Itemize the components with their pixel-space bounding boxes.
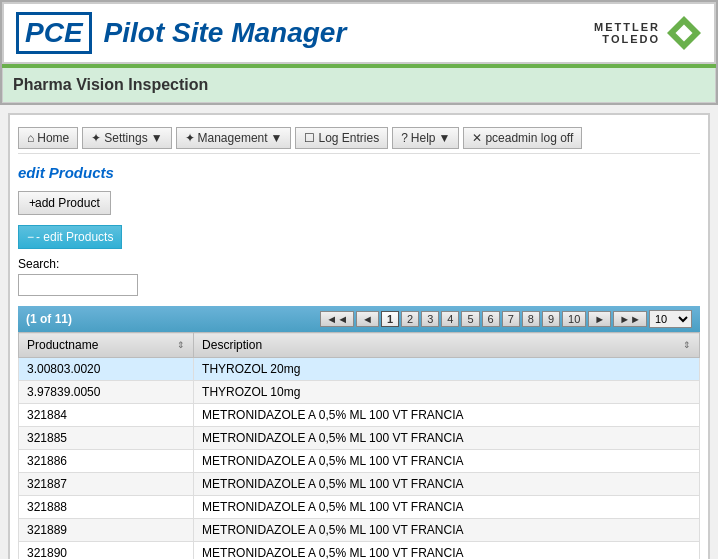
page-info-top: (1 of 11): [26, 312, 72, 326]
nav-home-button[interactable]: ⌂ Home: [18, 127, 78, 149]
app-title: Pilot Site Manager: [104, 17, 347, 49]
last-page-btn-top[interactable]: ►►: [613, 311, 647, 327]
log-icon: ☐: [304, 131, 315, 145]
nav-logout-button[interactable]: ✕ pceadmin log off: [463, 127, 582, 149]
cell-description: METRONIDAZOLE A 0,5% ML 100 VT FRANCIA: [194, 542, 700, 560]
col-header-description[interactable]: Description ⇕: [194, 333, 700, 358]
table-row[interactable]: 321886METRONIDAZOLE A 0,5% ML 100 VT FRA…: [19, 450, 700, 473]
navbar: ⌂ Home ✦ Settings ▼ ✦ Management ▼ ☐ Log…: [18, 123, 700, 154]
sub-header: Pharma Vision Inspection: [2, 68, 716, 103]
next-page-btn-top[interactable]: ►: [588, 311, 611, 327]
page-8-btn-top[interactable]: 8: [522, 311, 540, 327]
table-row[interactable]: 321889METRONIDAZOLE A 0,5% ML 100 VT FRA…: [19, 519, 700, 542]
add-product-button[interactable]: + add Product: [18, 191, 111, 215]
settings-icon: ✦: [91, 131, 101, 145]
cell-description: THYROZOL 20mg: [194, 358, 700, 381]
edit-products-toggle[interactable]: − - edit Products: [18, 225, 122, 249]
table-row[interactable]: 321887METRONIDAZOLE A 0,5% ML 100 VT FRA…: [19, 473, 700, 496]
cell-description: METRONIDAZOLE A 0,5% ML 100 VT FRANCIA: [194, 427, 700, 450]
sub-header-title: Pharma Vision Inspection: [13, 76, 208, 93]
page-controls-top: ◄◄ ◄ 1 2 3 4 5 6 7 8 9 10 ► ►► 10 25 50 …: [320, 310, 692, 328]
pce-logo: PCE: [16, 12, 92, 54]
page-9-btn-top[interactable]: 9: [542, 311, 560, 327]
cell-description: METRONIDAZOLE A 0,5% ML 100 VT FRANCIA: [194, 404, 700, 427]
page-7-btn-top[interactable]: 7: [502, 311, 520, 327]
collapse-icon: −: [27, 230, 34, 244]
search-area: Search:: [18, 257, 700, 296]
cell-productname: 321885: [19, 427, 194, 450]
cell-productname: 321886: [19, 450, 194, 473]
cell-productname: 3.00803.0020: [19, 358, 194, 381]
nav-log-entries-button[interactable]: ☐ Log Entries: [295, 127, 388, 149]
cell-description: METRONIDAZOLE A 0,5% ML 100 VT FRANCIA: [194, 473, 700, 496]
table-row[interactable]: 3.97839.0050THYROZOL 10mg: [19, 381, 700, 404]
home-icon: ⌂: [27, 131, 34, 145]
cell-productname: 321889: [19, 519, 194, 542]
nav-management-button[interactable]: ✦ Management ▼: [176, 127, 292, 149]
page-5-btn-top[interactable]: 5: [461, 311, 479, 327]
nav-settings-button[interactable]: ✦ Settings ▼: [82, 127, 171, 149]
cell-description: METRONIDAZOLE A 0,5% ML 100 VT FRANCIA: [194, 450, 700, 473]
sort-arrows-productname: ⇕: [177, 340, 185, 350]
management-dropdown-icon: ▼: [271, 131, 283, 145]
first-page-btn-top[interactable]: ◄◄: [320, 311, 354, 327]
sort-arrows-description: ⇕: [683, 340, 691, 350]
table-row[interactable]: 321890METRONIDAZOLE A 0,5% ML 100 VT FRA…: [19, 542, 700, 560]
table-row[interactable]: 321885METRONIDAZOLE A 0,5% ML 100 VT FRA…: [19, 427, 700, 450]
management-icon: ✦: [185, 131, 195, 145]
cell-description: THYROZOL 10mg: [194, 381, 700, 404]
page-4-btn-top[interactable]: 4: [441, 311, 459, 327]
nav-help-button[interactable]: ? Help ▼: [392, 127, 459, 149]
cell-productname: 321890: [19, 542, 194, 560]
search-label: Search:: [18, 257, 700, 271]
page-6-btn-top[interactable]: 6: [482, 311, 500, 327]
toledo-text: TOLEDO: [594, 33, 660, 45]
search-input[interactable]: [18, 274, 138, 296]
top-pagination-bar: (1 of 11) ◄◄ ◄ 1 2 3 4 5 6 7 8 9 10 ► ►►…: [18, 306, 700, 332]
cell-productname: 3.97839.0050: [19, 381, 194, 404]
page-10-btn-top[interactable]: 10: [562, 311, 586, 327]
prev-page-btn-top[interactable]: ◄: [356, 311, 379, 327]
logout-icon: ✕: [472, 131, 482, 145]
cell-productname: 321887: [19, 473, 194, 496]
mettler-toledo-logo: METTLER TOLEDO: [594, 15, 702, 51]
cell-productname: 321884: [19, 404, 194, 427]
page-size-select-top[interactable]: 10 25 50 100: [649, 310, 692, 328]
page-2-btn-top[interactable]: 2: [401, 311, 419, 327]
settings-dropdown-icon: ▼: [151, 131, 163, 145]
table-row[interactable]: 321888METRONIDAZOLE A 0,5% ML 100 VT FRA…: [19, 496, 700, 519]
page-1-btn-top[interactable]: 1: [381, 311, 399, 327]
cell-productname: 321888: [19, 496, 194, 519]
col-header-productname[interactable]: Productname ⇕: [19, 333, 194, 358]
table-row[interactable]: 321884METRONIDAZOLE A 0,5% ML 100 VT FRA…: [19, 404, 700, 427]
cell-description: METRONIDAZOLE A 0,5% ML 100 VT FRANCIA: [194, 496, 700, 519]
page-3-btn-top[interactable]: 3: [421, 311, 439, 327]
table-row[interactable]: 3.00803.0020THYROZOL 20mg: [19, 358, 700, 381]
products-table: Productname ⇕ Description ⇕ 3.00803.0020…: [18, 332, 700, 559]
mettler-text: METTLER: [594, 21, 660, 33]
help-dropdown-icon: ▼: [439, 131, 451, 145]
cell-description: METRONIDAZOLE A 0,5% ML 100 VT FRANCIA: [194, 519, 700, 542]
page-title: edit Products: [18, 164, 700, 181]
help-icon: ?: [401, 131, 408, 145]
